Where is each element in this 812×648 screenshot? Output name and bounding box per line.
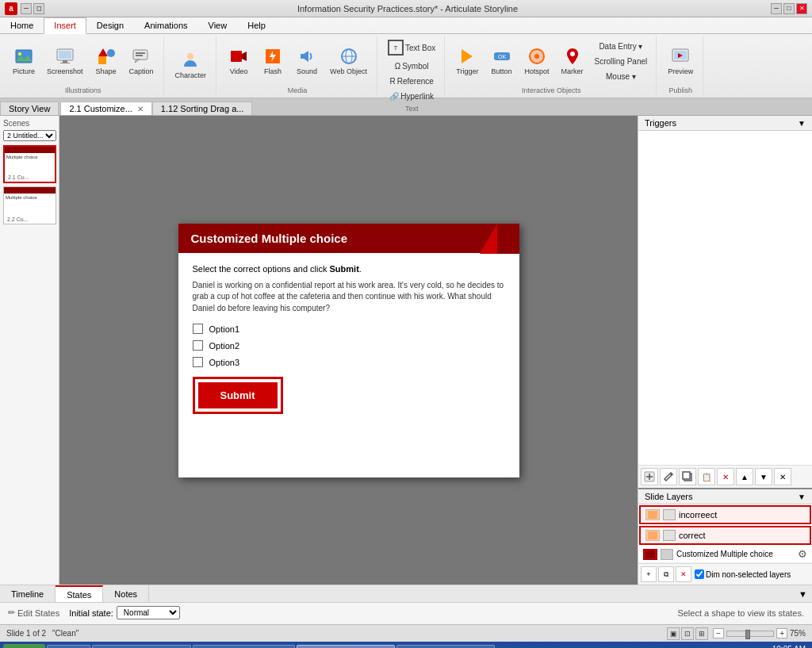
layer-base-gear[interactable]: ⚙ [798, 548, 807, 560]
zoom-plus-btn[interactable]: + [776, 628, 787, 638]
screenshot-btn[interactable]: Screenshot [42, 44, 88, 79]
svg-rect-39 [645, 550, 655, 558]
view-slide-btn[interactable]: ⊡ [681, 627, 694, 640]
tab-help[interactable]: Help [237, 17, 276, 33]
tab-animations[interactable]: Animations [134, 17, 197, 33]
taskbar-item-1[interactable]: 📁 Ver2 [47, 645, 90, 648]
bottom-tab-states[interactable]: States [56, 585, 103, 602]
layers-collapse-icon[interactable]: ▼ [798, 493, 806, 501]
video-btn[interactable]: Video [223, 44, 255, 79]
symbol-btn[interactable]: Ω Symbol [391, 59, 433, 73]
slide-tab-1[interactable]: 2.1 Customize... ✕ [60, 102, 151, 115]
slide-body: Select the correct options and click Sub… [178, 253, 519, 426]
start-btn[interactable]: Start [3, 644, 45, 648]
trigger-label: Trigger [456, 67, 478, 75]
reference-label: Reference [397, 77, 434, 86]
bottom-tab-notes[interactable]: Notes [103, 585, 149, 602]
hotspot-label: Hotspot [525, 67, 550, 75]
view-fit-btn[interactable]: ⊞ [695, 627, 708, 640]
edit-icon: ✏ [8, 608, 15, 618]
option-checkbox-3[interactable] [193, 357, 203, 367]
slide-description: Daniel is working on a confidential repo… [193, 280, 505, 315]
layer-incorreect[interactable]: incorreect [639, 505, 811, 524]
bottom-bar-collapse[interactable]: ▼ [799, 585, 812, 602]
submit-btn[interactable]: Submit [198, 382, 278, 408]
mouse-label: Mouse ▾ [606, 72, 636, 81]
mouse-btn[interactable]: Mouse ▾ [591, 70, 652, 83]
triggers-add-btn[interactable] [641, 468, 658, 485]
initial-state-select[interactable]: Normal [117, 606, 180, 619]
minimize-btn[interactable]: ─ [21, 3, 32, 14]
taskbar-item-4[interactable]: A Articulate Storylin... [297, 645, 395, 648]
scenes-dropdown[interactable]: 2 Untitled... [3, 130, 56, 141]
interactive-buttons: Trigger OK Button Hotspot [451, 37, 651, 85]
caption-btn[interactable]: Caption [124, 44, 159, 79]
layers-add-btn[interactable]: + [641, 566, 657, 582]
taskbar-item-5[interactable]: W Document1 - Micro... [396, 645, 495, 648]
picture-btn[interactable]: Picture [8, 44, 40, 79]
reference-btn[interactable]: R Reference [385, 75, 437, 88]
hotspot-btn[interactable]: Hotspot [520, 44, 554, 79]
scrolling-panel-btn[interactable]: Scrolling Panel [591, 55, 652, 68]
maximize-window-btn[interactable]: □ [783, 3, 795, 14]
hyperlink-btn[interactable]: 🔗 Hyperlink [385, 90, 438, 103]
slide-tab-2[interactable]: 1.12 Sorting Drag a... [152, 102, 253, 115]
layers-copy-btn[interactable]: ⧉ [658, 566, 674, 582]
option-row-3: Option3 [193, 357, 505, 367]
taskbar-item-2[interactable]: 🌐 Creating a One-to-... [92, 645, 191, 648]
triggers-copy-btn[interactable] [679, 468, 696, 485]
text-box-btn[interactable]: T Text Box [384, 37, 439, 58]
scene-thumb-1-label: 2.1 Cu... [6, 174, 30, 181]
restore-btn[interactable]: ◻ [33, 3, 44, 14]
triggers-down-btn[interactable]: ▼ [755, 468, 772, 485]
triggers-collapse-icon[interactable]: ▼ [798, 119, 806, 128]
triggers-delete-btn[interactable]: ✕ [717, 468, 734, 485]
layers-delete-btn[interactable]: ✕ [676, 566, 691, 582]
minimize-window-btn[interactable]: ─ [771, 3, 782, 14]
triggers-x-btn[interactable]: ✕ [774, 468, 791, 485]
tab-insert[interactable]: Insert [44, 17, 86, 34]
layer-correct[interactable]: correct [639, 526, 811, 545]
zoom-minus-btn[interactable]: − [713, 628, 724, 638]
layer-base[interactable]: Customized Multiple choice ⚙ [638, 546, 812, 563]
data-entry-btn[interactable]: Data Entry ▾ [591, 40, 652, 53]
bottom-tab-timeline[interactable]: Timeline [0, 585, 56, 602]
button-btn[interactable]: OK Button [486, 44, 518, 79]
shape-btn[interactable]: Shape [90, 44, 122, 79]
option-checkbox-1[interactable] [193, 324, 203, 334]
view-normal-btn[interactable]: ▣ [667, 627, 680, 640]
story-view-tab[interactable]: Story View [0, 102, 59, 115]
option-checkbox-2[interactable] [193, 340, 203, 351]
tab-view[interactable]: View [198, 17, 238, 33]
dim-layers-label[interactable]: Dim non-selected layers [695, 569, 791, 579]
taskbar-item-3[interactable]: 🌐 Google - Windows I... [193, 645, 296, 648]
svg-marker-10 [135, 59, 140, 63]
trigger-btn[interactable]: Trigger [451, 44, 483, 79]
edit-states-btn[interactable]: ✏ Edit States [8, 608, 59, 618]
zoom-slider[interactable] [726, 631, 774, 637]
slide-tab-1-close[interactable]: ✕ [137, 105, 144, 113]
zoom-slider-thumb[interactable] [745, 630, 750, 639]
initial-state-label: Initial state: [69, 608, 113, 618]
svg-rect-14 [231, 51, 242, 62]
illustrations-group-label: Illustrations [65, 85, 102, 94]
sound-btn[interactable]: Sound [291, 44, 323, 79]
video-icon [229, 47, 248, 66]
close-window-btn[interactable]: ✕ [796, 3, 807, 14]
slide-title: Customized Multiple choice [191, 232, 348, 245]
marker-btn[interactable]: Marker [557, 44, 588, 79]
web-object-btn[interactable]: Web Object [325, 44, 372, 79]
tab-design[interactable]: Design [86, 17, 134, 33]
dim-layers-checkbox[interactable] [695, 569, 704, 579]
triggers-edit-btn[interactable] [660, 468, 677, 485]
character-btn[interactable]: Character [170, 48, 212, 82]
ribbon-group-illustrations: Picture Screenshot Shape [3, 36, 164, 96]
tab-home[interactable]: Home [0, 17, 44, 33]
flash-btn[interactable]: Flash [257, 44, 289, 79]
scene-thumb-1[interactable]: Multiple choice 2.1 Cu... [3, 145, 56, 183]
scene-thumb-2[interactable]: Multiple choice 2.2 Cu... [3, 186, 56, 224]
svg-rect-38 [648, 531, 657, 539]
preview-btn[interactable]: Preview [663, 44, 698, 79]
triggers-up-btn[interactable]: ▲ [736, 468, 753, 485]
triggers-paste-btn[interactable]: 📋 [698, 468, 715, 485]
